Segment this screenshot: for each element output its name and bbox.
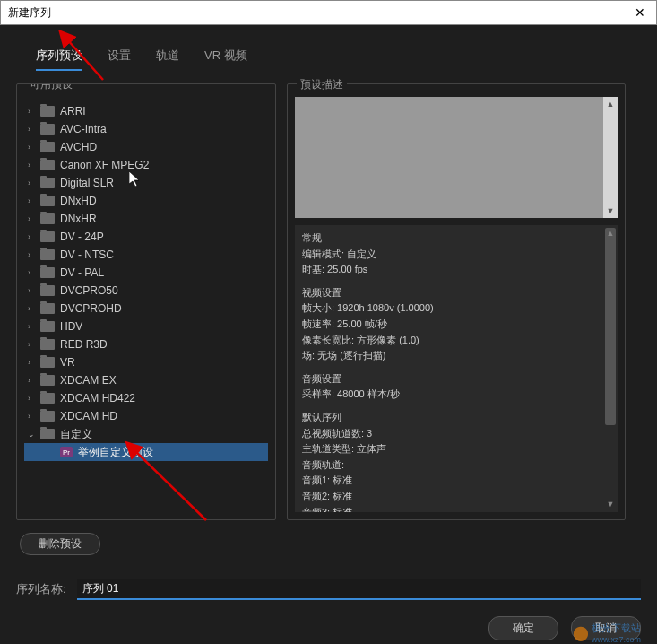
detail-heading: 常规 [302,231,610,247]
chevron-right-icon: › [28,161,40,170]
detail-line: 场: 无场 (逐行扫描) [302,348,610,364]
tabs: 序列预设 设置 轨道 VR 视频 [16,34,641,71]
tree-folder[interactable]: ›XDCAM EX [24,371,268,389]
tab-settings[interactable]: 设置 [108,48,131,71]
scroll-down-icon[interactable]: ▼ [607,206,615,215]
preset-tree[interactable]: ›ARRI ›AVC-Intra ›AVCHD ›Canon XF MPEG2 … [24,102,268,461]
tab-sequence-preset[interactable]: 序列预设 [36,48,82,71]
sequence-name-label: 序列名称: [16,581,66,597]
folder-icon [40,124,55,135]
folder-icon [40,429,55,439]
chevron-right-icon: › [28,322,40,331]
tree-folder-custom[interactable]: ⌄自定义 [24,425,268,443]
detail-line: 主轨道类型: 立体声 [302,441,610,457]
folder-icon [40,196,55,206]
folder-icon [40,213,55,224]
tree-folder[interactable]: ›DV - PAL [24,264,268,282]
tree-folder[interactable]: ›RED R3D [24,335,268,353]
tab-tracks[interactable]: 轨道 [156,48,179,71]
folder-icon [40,231,55,242]
tree-folder[interactable]: ›DNxHD [24,192,268,210]
tree-folder[interactable]: ›Canon XF MPEG2 [24,156,268,174]
chevron-right-icon: › [28,107,40,116]
tab-vr-video[interactable]: VR 视频 [204,48,247,71]
scrollbar[interactable]: ▲ ▼ [603,225,618,512]
delete-preset-button[interactable]: 删除预设 [20,533,100,555]
close-icon[interactable]: ✕ [631,5,649,20]
tree-folder[interactable]: ›Digital SLR [24,174,268,192]
detail-line: 编辑模式: 自定义 [302,247,610,263]
chevron-right-icon: › [28,178,40,187]
chevron-right-icon: › [28,143,40,152]
tree-folder[interactable]: ›HDV [24,318,268,335]
detail-line: 时基: 25.00 fps [302,262,610,278]
description-textarea[interactable]: ▲ ▼ [295,97,618,218]
chevron-right-icon: › [28,214,40,223]
dialog-body: 序列预设 设置 轨道 VR 视频 可用预设 ›ARRI ›AVC-Intra ›… [0,25,657,644]
folder-icon [40,267,55,278]
detail-line: 帧大小: 1920h 1080v (1.0000) [302,300,610,317]
chevron-right-icon: › [28,304,40,313]
tree-folder[interactable]: ›AVC-Intra [24,120,268,138]
detail-line: 总视频轨道数: 3 [302,426,610,442]
folder-icon [40,178,55,188]
chevron-down-icon: ⌄ [28,430,40,439]
chevron-right-icon: › [28,376,40,385]
chevron-right-icon: › [28,232,40,241]
tree-folder[interactable]: ›DV - NTSC [24,246,268,264]
detail-line: 采样率: 48000 样本/秒 [302,387,610,403]
tree-folder[interactable]: ›DV - 24P [24,228,268,246]
dialog-buttons: 确定 取消 ⬤ 极光下载站 www.xz7.com [16,616,641,640]
cancel-button[interactable]: 取消 [571,616,641,640]
folder-icon [40,321,55,332]
folder-icon [40,285,55,296]
detail-line: 帧速率: 25.00 帧/秒 [302,317,610,333]
chevron-right-icon: › [28,125,40,134]
panel-label: 预设描述 [297,77,347,92]
chevron-right-icon: › [28,412,40,421]
sequence-name-input[interactable] [77,579,641,600]
folder-icon [40,142,55,152]
custom-preset-item[interactable]: Pr举例自定义预设 [24,443,268,461]
tree-folder[interactable]: ›VR [24,353,268,371]
chevron-right-icon: › [28,394,40,403]
scroll-up-icon[interactable]: ▲ [607,227,615,239]
folder-icon [40,249,55,260]
panel-label: 可用预设 [26,83,76,92]
tree-folder[interactable]: ›DVCPRO50 [24,282,268,300]
chevron-right-icon: › [28,268,40,277]
scrollbar[interactable]: ▲ ▼ [603,97,618,218]
folder-icon [40,393,55,404]
preset-details: 常规 编辑模式: 自定义 时基: 25.00 fps 视频设置 帧大小: 192… [295,225,618,512]
detail-line: 音频1: 标准 [302,473,610,489]
folder-icon [40,357,55,368]
tree-folder[interactable]: ›ARRI [24,102,268,120]
scroll-up-icon[interactable]: ▲ [607,100,615,109]
folder-icon [40,375,55,386]
chevron-right-icon: › [28,250,40,259]
tree-folder[interactable]: ›DNxHR [24,210,268,228]
tree-folder[interactable]: ›XDCAM HD422 [24,389,268,407]
detail-heading: 音频设置 [302,371,610,387]
window-title: 新建序列 [8,5,631,21]
chevron-right-icon: › [28,340,40,349]
tree-folder[interactable]: ›XDCAM HD [24,407,268,425]
title-bar: 新建序列 ✕ [0,0,657,25]
chevron-right-icon: › [28,196,40,205]
tree-folder[interactable]: ›AVCHD [24,138,268,156]
preset-description-panel: 预设描述 ▲ ▼ 常规 编辑模式: 自定义 时基: 25.00 fps 视频设置… [287,83,626,520]
chevron-right-icon: › [28,286,40,295]
detail-heading: 视频设置 [302,285,610,301]
folder-icon [40,411,55,422]
ok-button[interactable]: 确定 [488,616,558,640]
scroll-thumb[interactable] [605,228,616,425]
tree-folder[interactable]: ›DVCPROHD [24,300,268,318]
detail-line: 像素长宽比: 方形像素 (1.0) [302,333,610,349]
detail-line: 音频3: 标准 [302,505,610,513]
folder-icon [40,106,55,117]
folder-icon [40,303,55,314]
available-presets-panel: 可用预设 ›ARRI ›AVC-Intra ›AVCHD ›Canon XF M… [16,83,276,520]
sequence-name-row: 序列名称: [16,579,641,600]
scroll-down-icon[interactable]: ▼ [607,498,615,510]
detail-line: 音频轨道: [302,457,610,474]
